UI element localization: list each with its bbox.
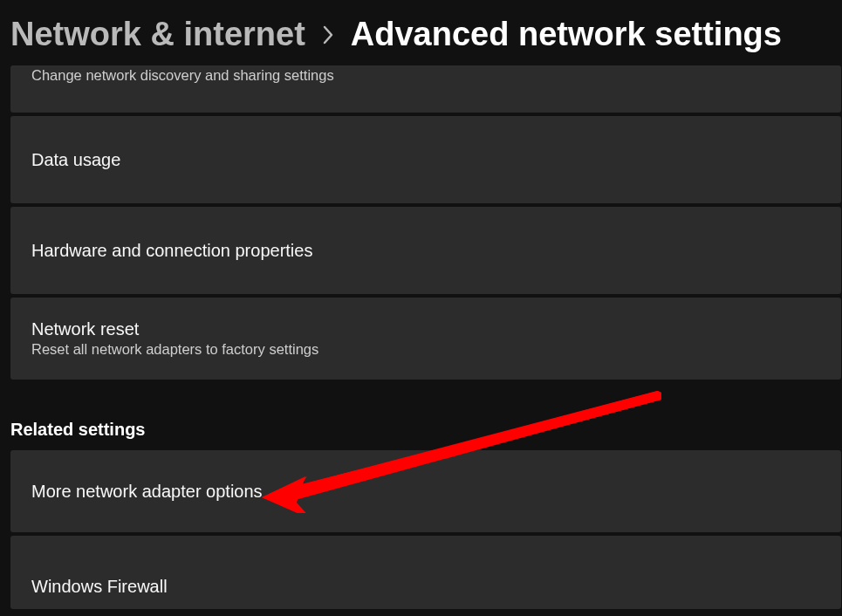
list-item-subtitle: Reset all network adapters to factory se… [31,341,820,358]
breadcrumb: Network & internet Advanced network sett… [10,0,842,65]
breadcrumb-current: Advanced network settings [351,16,782,53]
list-item-data-usage[interactable]: Data usage [10,116,841,203]
list-item-title: Data usage [31,150,820,170]
list-item-title: Hardware and connection properties [31,241,820,261]
settings-page: Network & internet Advanced network sett… [0,0,842,616]
chevron-right-icon [321,24,335,46]
list-item-title: More network adapter options [31,482,820,502]
list-item-network-reset[interactable]: Network reset Reset all network adapters… [10,298,841,380]
list-item-hardware-properties[interactable]: Hardware and connection properties [10,207,841,294]
section-heading-related: Related settings [10,420,842,440]
list-item-title: Windows Firewall [31,577,820,597]
list-item-windows-firewall[interactable]: Windows Firewall [10,536,841,609]
list-item-advanced-sharing[interactable]: Advanced sharing settings Change network… [10,65,841,113]
related-settings-list: More network adapter options Windows Fir… [10,450,842,609]
breadcrumb-parent-link[interactable]: Network & internet [10,16,305,53]
list-item-title: Network reset [31,319,820,339]
list-item-subtitle: Change network discovery and sharing set… [31,67,820,84]
settings-list: Advanced sharing settings Change network… [10,65,842,380]
list-item-more-network-adapter-options[interactable]: More network adapter options [10,450,841,532]
